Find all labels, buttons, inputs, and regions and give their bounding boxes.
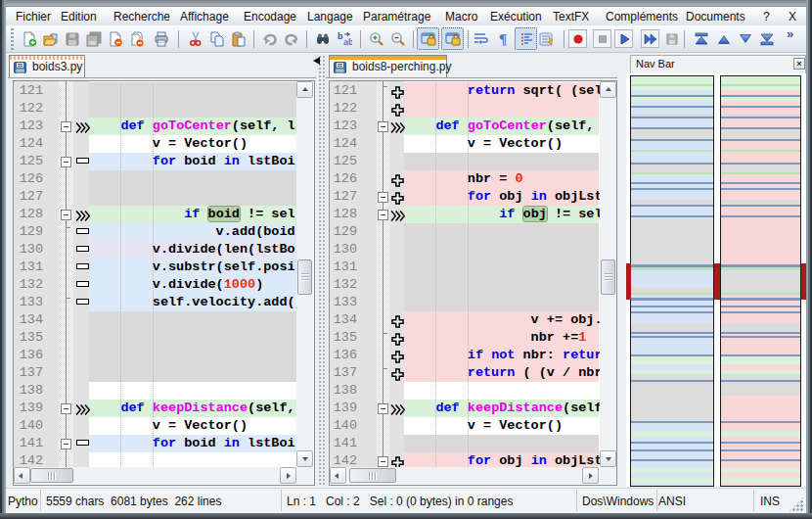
svg-text:¶: ¶ xyxy=(499,31,507,47)
svg-text:ab: ab xyxy=(343,37,352,47)
